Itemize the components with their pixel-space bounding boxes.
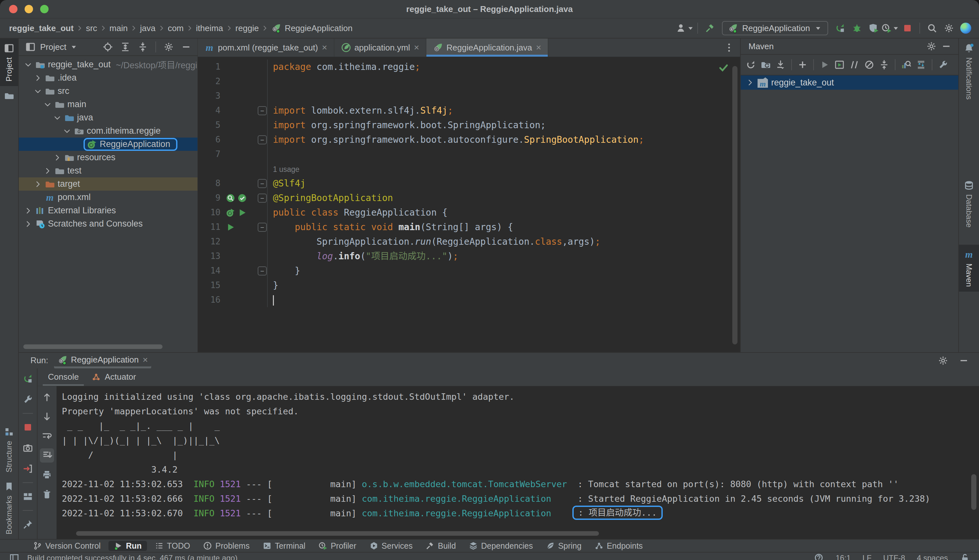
project-panel-title[interactable]: Project (40, 42, 67, 52)
run-pin-button[interactable] (20, 517, 35, 532)
breadcrumb-item[interactable]: main (108, 23, 129, 33)
editor-line[interactable]: 13 log.info("项目启动成功..."); (198, 249, 740, 263)
caret-position[interactable]: 16:1 (836, 553, 851, 560)
tool-window-layout-icon[interactable] (9, 553, 19, 560)
toolwindow-button-problems[interactable]: Problems (198, 541, 255, 551)
editor-line[interactable]: 5import org.springframework.boot.SpringA… (198, 118, 740, 132)
maven-download-button[interactable] (774, 58, 787, 72)
toolwindow-button-terminal[interactable]: Terminal (257, 541, 310, 551)
maven-hide-button[interactable] (939, 39, 954, 53)
run-configuration-select[interactable]: ReggieApplication (722, 21, 828, 35)
tool-stripe-structure[interactable]: Structure (0, 422, 18, 477)
project-tree-item[interactable]: com.itheima.reggie (19, 124, 197, 138)
breadcrumb-item[interactable]: itheima (195, 23, 224, 33)
maven-options-button[interactable] (924, 39, 939, 53)
close-icon[interactable]: × (414, 42, 419, 53)
file-encoding[interactable]: UTF-8 (883, 553, 905, 560)
maven-offline-button[interactable] (862, 58, 876, 72)
maven-refresh-button[interactable] (744, 58, 757, 72)
expand-all-button[interactable] (118, 40, 133, 54)
run-options-button[interactable] (936, 353, 951, 368)
search-everywhere-button[interactable] (925, 21, 939, 35)
project-tree-item[interactable]: src (19, 85, 197, 98)
project-tree-item[interactable]: java (19, 111, 197, 124)
console-scrollend-button[interactable] (40, 448, 54, 463)
run-rerun-button[interactable] (20, 372, 35, 386)
toolwindow-button-spring[interactable]: Spring (540, 541, 587, 551)
tool-stripe-bookmarks[interactable]: Bookmarks (0, 477, 18, 539)
collapse-all-button[interactable] (135, 40, 150, 54)
run-with-coverage-button[interactable] (866, 21, 881, 35)
select-opened-file-button[interactable] (100, 40, 115, 54)
project-tree-item[interactable]: ReggieApplication (19, 138, 197, 151)
maven-wrench-button[interactable] (936, 58, 950, 72)
maven-plus-button[interactable] (796, 58, 809, 72)
project-tree-item[interactable]: test (19, 164, 197, 177)
console-print-button[interactable] (40, 468, 54, 482)
project-tree-item[interactable]: reggie_take_out~/Desktop/项目/reggi (19, 58, 197, 71)
project-tree-item[interactable]: External Libraries (19, 204, 197, 217)
project-tree-item[interactable]: target (19, 177, 197, 191)
project-horizontal-scrollbar[interactable] (23, 344, 162, 349)
minimize-window-button[interactable] (25, 5, 33, 13)
maven-restruct-button[interactable] (914, 58, 928, 72)
run-tab[interactable]: ReggieApplication × (54, 353, 151, 368)
maven-analyze-button[interactable] (899, 58, 913, 72)
console-tab-actuator[interactable]: Actuator (86, 368, 141, 386)
editor-line[interactable]: 11− public static void main(String[] arg… (198, 220, 740, 234)
editor-tab[interactable]: ReggieApplication.java× (426, 38, 549, 57)
lock-open-icon[interactable] (960, 553, 970, 560)
console-horizontal-scrollbar[interactable] (76, 531, 599, 536)
console-output[interactable]: Logging initialized using 'class org.apa… (57, 386, 979, 539)
console-tab-console[interactable]: Console (43, 368, 84, 386)
console-down-button[interactable] (40, 410, 54, 424)
maven-folder-refresh-button[interactable] (759, 58, 772, 72)
project-tree-item[interactable]: resources (19, 151, 197, 164)
run-hide-button[interactable] (956, 353, 971, 368)
fold-marker[interactable]: − (258, 223, 267, 232)
editor-line[interactable]: 1package com.itheima.reggie; (198, 60, 740, 74)
toolwindow-button-todo[interactable]: TODO (150, 541, 195, 551)
chevron-right-icon[interactable] (746, 78, 754, 87)
toolwindow-button-build[interactable]: Build (420, 541, 461, 551)
editor-tab[interactable]: mpom.xml (reggie_take_out)× (198, 38, 334, 57)
stop-button[interactable] (900, 21, 915, 35)
toolwindow-button-version-control[interactable]: Version Control (28, 541, 106, 551)
zoom-window-button[interactable] (40, 5, 48, 13)
editor-line[interactable]: 8−@Slf4j (198, 176, 740, 191)
tool-stripe-maven[interactable]: mMaven (959, 245, 979, 291)
editor-vertical-scrollbar[interactable] (732, 66, 737, 344)
editor-tab[interactable]: application.yml× (334, 38, 426, 57)
maven-run-box-button[interactable] (833, 58, 846, 72)
project-tree-item[interactable]: .idea (19, 71, 197, 85)
toolwindow-button-services[interactable]: Services (364, 541, 418, 551)
run-wrench-button[interactable] (20, 392, 35, 407)
debug-button[interactable] (849, 21, 864, 35)
close-icon[interactable]: × (322, 42, 327, 53)
hide-panel-button[interactable] (179, 40, 193, 54)
breadcrumb-item[interactable]: reggie (234, 23, 260, 33)
toolwindow-button-profiler[interactable]: Profiler (313, 541, 361, 551)
editor-line[interactable]: 10public class ReggieApplication { (198, 205, 740, 220)
fold-marker[interactable]: − (258, 106, 267, 115)
user-account-button[interactable] (678, 21, 693, 35)
close-icon[interactable]: × (536, 42, 541, 53)
editor-line[interactable]: 16 (198, 293, 740, 307)
editor-line[interactable]: 12 SpringApplication.run(ReggieApplicati… (198, 234, 740, 249)
run-camera-button[interactable] (20, 441, 35, 455)
console-up-button[interactable] (40, 390, 54, 404)
editor-line[interactable]: 3 (198, 89, 740, 103)
breadcrumb-item[interactable]: com (167, 23, 185, 33)
tool-stripe-folder[interactable] (0, 86, 18, 105)
tabs-menu-button[interactable] (718, 38, 740, 57)
maven-collapse-all-button[interactable] (877, 58, 891, 72)
fold-marker[interactable]: − (258, 267, 267, 275)
chevron-down-icon[interactable] (70, 43, 78, 51)
breadcrumb-item[interactable]: java (138, 23, 157, 33)
editor-line[interactable]: 14− } (198, 263, 740, 278)
panel-options-button[interactable] (161, 40, 176, 54)
toolwindow-button-run[interactable]: Run (108, 541, 147, 551)
editor-line[interactable]: 9−@SpringBootApplication (198, 191, 740, 205)
tool-stripe-notifications[interactable]: Notifications (959, 38, 979, 104)
breadcrumb-item[interactable]: src (85, 23, 98, 33)
